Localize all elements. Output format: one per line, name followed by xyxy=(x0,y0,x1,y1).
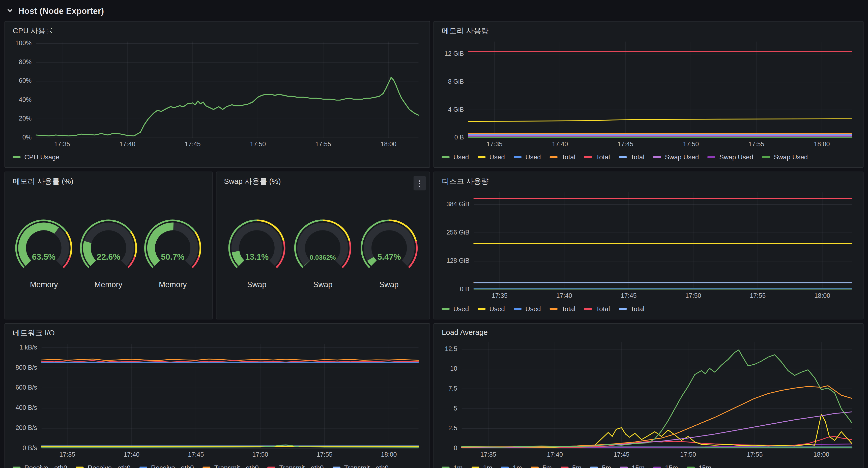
legend-label: 5m xyxy=(542,464,552,468)
legend-item[interactable]: Receive - eth0 xyxy=(12,464,67,468)
legend-item[interactable]: Used xyxy=(442,305,469,313)
legend-item[interactable]: Transmit - eth0 xyxy=(332,464,389,468)
legend-item[interactable]: 1m xyxy=(472,464,493,468)
legend-item[interactable]: Used xyxy=(477,305,505,313)
svg-text:17:50: 17:50 xyxy=(685,292,701,299)
panel-memory-percent: 메모리 사용률 (%) 63.5% Memory 22.6% Memory 50… xyxy=(4,171,212,319)
legend-label: 5m xyxy=(602,464,611,468)
legend-swatch xyxy=(514,156,522,158)
gauge-arc: 13.1% xyxy=(226,218,288,274)
svg-text:17:40: 17:40 xyxy=(120,141,135,148)
panel-title[interactable]: CPU 사용률 xyxy=(10,25,424,38)
legend-item[interactable]: Total xyxy=(584,153,610,161)
legend-item[interactable]: Swap Used xyxy=(762,153,808,161)
panel-title[interactable]: 메모리 사용률 (%) xyxy=(10,176,206,189)
disk-usage-chart[interactable]: 0 B128 GiB256 GiB384 GiB17:3517:4017:451… xyxy=(439,189,858,302)
legend-label: 1m xyxy=(513,464,522,468)
chevron-down-icon[interactable] xyxy=(6,7,13,14)
dashboard-row-header[interactable]: Host (Node Exporter) xyxy=(0,0,868,19)
legend-swatch xyxy=(708,156,715,158)
legend-swatch xyxy=(76,467,84,468)
svg-text:17:50: 17:50 xyxy=(250,141,266,148)
legend-swatch xyxy=(561,467,568,468)
gauge-swap-1[interactable]: 13.1% Swap xyxy=(226,218,288,289)
legend-item[interactable]: 1m xyxy=(501,464,522,468)
legend-swatch xyxy=(203,467,211,468)
panel-title[interactable]: 메모리 사용량 xyxy=(439,25,858,38)
svg-text:100%: 100% xyxy=(16,39,32,46)
legend-item[interactable]: Transmit - eth0 xyxy=(268,464,323,468)
legend-item[interactable]: Transmit - eth0 xyxy=(203,464,259,468)
legend-item[interactable]: Swap Used xyxy=(653,153,699,161)
panel-title[interactable]: 네트워크 I/O xyxy=(10,327,424,340)
legend-item[interactable]: 5m xyxy=(590,464,611,468)
legend-label: Swap Used xyxy=(719,153,753,161)
svg-text:17:40: 17:40 xyxy=(124,451,140,458)
legend-item[interactable]: Used xyxy=(514,153,541,161)
legend-label: 1m xyxy=(454,464,463,468)
panel-menu-button[interactable]: ⋮ xyxy=(413,176,426,190)
network-io-chart[interactable]: 0 B/s200 B/s400 B/s600 B/s800 B/s1 kB/s1… xyxy=(10,340,424,461)
panel-title[interactable]: 디스크 사용량 xyxy=(439,176,858,189)
load-average-chart[interactable]: 02.557.51012.517:3517:4017:4517:5017:551… xyxy=(439,339,858,461)
legend-swatch xyxy=(653,156,661,158)
legend-swatch xyxy=(531,467,539,468)
legend-swatch xyxy=(472,467,479,468)
legend-swatch xyxy=(590,467,598,468)
legend-item[interactable]: Used xyxy=(514,305,541,313)
panel-title[interactable]: Swap 사용률 (%) xyxy=(222,176,424,189)
memory-usage-legend: UsedUsedUsedTotalTotalTotalSwap UsedSwap… xyxy=(439,150,858,166)
svg-text:0 B: 0 B xyxy=(460,285,470,292)
gauge-row: 63.5% Memory 22.6% Memory 50.7% Memory xyxy=(10,189,206,318)
svg-text:17:40: 17:40 xyxy=(547,451,563,458)
svg-text:0 B: 0 B xyxy=(455,134,464,141)
legend-label: Transmit - eth0 xyxy=(344,464,389,468)
legend-item[interactable]: Used xyxy=(442,153,469,161)
legend-label: Receive - eth0 xyxy=(25,464,67,468)
svg-text:200 B/s: 200 B/s xyxy=(16,424,37,431)
legend-label: Used xyxy=(454,305,469,313)
svg-text:40%: 40% xyxy=(19,96,32,103)
legend-item[interactable]: Used xyxy=(477,153,505,161)
legend-item[interactable]: Swap Used xyxy=(708,153,753,161)
legend-label: 1m xyxy=(483,464,493,468)
gauge-swap-2[interactable]: 0.0362% Swap xyxy=(292,218,354,289)
legend-label: Receive - eth0 xyxy=(151,464,194,468)
memory-usage-chart[interactable]: 0 B4 GiB8 GiB12 GiB17:3517:4017:4517:501… xyxy=(439,38,858,150)
svg-text:4 GiB: 4 GiB xyxy=(448,106,464,113)
legend-item[interactable]: 15m xyxy=(620,464,645,468)
legend-label: Total xyxy=(596,305,610,313)
legend-item[interactable]: Total xyxy=(550,305,576,313)
legend-item[interactable]: Total xyxy=(619,153,645,161)
svg-text:17:45: 17:45 xyxy=(617,141,633,148)
legend-item[interactable]: Total xyxy=(619,305,645,313)
legend-item[interactable]: CPU Usage xyxy=(12,153,59,161)
legend-item[interactable]: Total xyxy=(550,153,576,161)
legend-item[interactable]: Receive - eth0 xyxy=(140,464,194,468)
legend-swatch xyxy=(442,156,450,158)
cpu-usage-chart[interactable]: 0%20%40%60%80%100%17:3517:4017:4517:5017… xyxy=(10,38,424,150)
legend-item[interactable]: 15m xyxy=(687,464,711,468)
gauge-memory-3[interactable]: 50.7% Memory xyxy=(142,218,204,289)
legend-label: Swap Used xyxy=(665,153,699,161)
legend-item[interactable]: 5m xyxy=(561,464,582,468)
legend-swatch xyxy=(442,467,450,468)
legend-item[interactable]: 5m xyxy=(531,464,552,468)
gauge-swap-3[interactable]: 5.47% Swap xyxy=(358,218,420,289)
gauge-label: Memory xyxy=(94,280,122,289)
gauge-memory-1[interactable]: 63.5% Memory xyxy=(13,218,75,289)
legend-item[interactable]: Receive - eth0 xyxy=(76,464,131,468)
panel-title[interactable]: Load Average xyxy=(439,327,858,339)
svg-text:22.6%: 22.6% xyxy=(97,252,120,261)
legend-swatch xyxy=(584,308,592,310)
svg-text:17:40: 17:40 xyxy=(556,292,572,299)
legend-label: 15m xyxy=(665,464,678,468)
legend-swatch xyxy=(12,467,21,468)
svg-text:17:50: 17:50 xyxy=(252,451,268,458)
legend-label: Total xyxy=(561,305,576,313)
legend-item[interactable]: 15m xyxy=(653,464,678,468)
legend-item[interactable]: 1m xyxy=(442,464,463,468)
legend-item[interactable]: Total xyxy=(584,305,610,313)
panel-swap-percent: Swap 사용률 (%) ⋮ 13.1% Swap 0.0362% Swap 5… xyxy=(216,171,430,319)
gauge-memory-2[interactable]: 22.6% Memory xyxy=(78,218,140,289)
